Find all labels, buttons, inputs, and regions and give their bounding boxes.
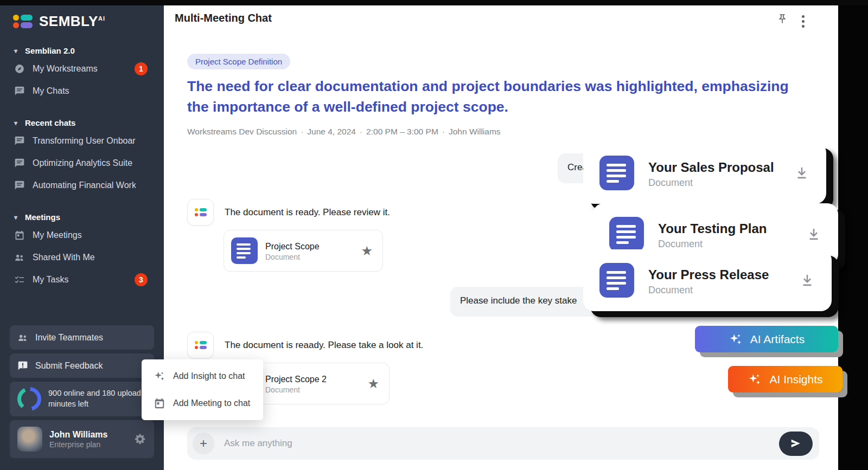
sidebar-section-semblian[interactable]: ▾ Semblian 2.0 [14, 46, 154, 55]
calendar-icon [14, 230, 25, 241]
calendar-icon [154, 397, 165, 409]
artifact-title: Your Testing Plan [658, 219, 767, 239]
chat-icon [14, 86, 25, 96]
sembly-bot-avatar [187, 199, 214, 226]
artifact-title: Your Sales Proposal [648, 158, 774, 177]
document-icon [231, 237, 258, 264]
sidebar-item-shared-with-me[interactable]: Shared With Me [10, 246, 154, 268]
document-icon [599, 263, 634, 298]
sparkles-icon [729, 332, 743, 346]
artifact-type: Document [658, 239, 767, 250]
sidebar-item-recent-chat[interactable]: Transforming User Onboarding [10, 130, 154, 152]
summary-headline: The need for clear documentation and pro… [187, 76, 794, 118]
chat-icon [14, 158, 25, 169]
kebab-menu-icon[interactable] [799, 14, 808, 29]
artifact-card-press-release[interactable]: Your Press Release Document [583, 249, 832, 311]
chevron-down-icon: ▾ [14, 214, 17, 221]
avatar [17, 427, 42, 452]
sidebar-item-recent-chat[interactable]: Optimizing Analytics Suite [10, 152, 154, 174]
profile-name: John Williams [49, 429, 107, 441]
app-window: SEMBLYAI ▾ Semblian 2.0 My Workstreams 1… [0, 0, 868, 470]
ai-artifacts-button[interactable]: AI Artifacts [695, 326, 838, 352]
sidebar-section-recent-chats[interactable]: ▾ Recent chats [14, 118, 154, 127]
people-icon [14, 252, 25, 263]
usage-ring-icon [17, 387, 41, 411]
context-menu: Add Insight to chat Add Meeting to chat [142, 359, 263, 420]
artifact-title: Your Press Release [648, 265, 769, 285]
bot-message-text: The document is reaady. Please take a lo… [225, 340, 423, 351]
compass-icon [14, 63, 25, 74]
document-type: Document [265, 253, 320, 261]
artifact-type: Document [648, 285, 769, 296]
submit-feedback-button[interactable]: Submit Feedback [10, 353, 154, 378]
profile-plan: Enterprise plan [49, 440, 107, 449]
artifact-card-sales-proposal[interactable]: Your Sales Proposal Document [583, 142, 826, 204]
sidebar-item-recent-chat[interactable]: Automating Financial Workflo… [10, 174, 154, 196]
sparkles-icon [154, 370, 165, 382]
sidebar-section-meetings[interactable]: ▾ Meetings [14, 213, 154, 222]
menu-item-add-meeting[interactable]: Add Meeting to chat [142, 392, 263, 415]
send-icon [790, 437, 802, 449]
sidebar-item-my-meetings[interactable]: My Meetings [10, 224, 154, 246]
document-icon [599, 156, 634, 190]
star-icon[interactable]: ★ [367, 376, 379, 391]
chat-input[interactable] [223, 437, 779, 449]
document-card[interactable]: Project Scope Document ★ [224, 230, 383, 272]
brand-logo[interactable]: SEMBLYAI [13, 13, 154, 30]
chat-icon [14, 180, 25, 191]
sidebar-item-my-chats[interactable]: My Chats [10, 80, 154, 102]
sembly-bot-avatar [187, 332, 214, 358]
gear-icon[interactable] [135, 433, 146, 445]
bot-message-row: The document is ready. Please review it. [187, 199, 390, 226]
sidebar-item-my-tasks[interactable]: My Tasks 3 [10, 268, 154, 291]
document-title: Project Scope 2 [265, 373, 327, 385]
sparkles-icon [748, 372, 762, 387]
menu-item-add-insight[interactable]: Add Insight to chat [142, 365, 263, 388]
download-icon[interactable] [806, 226, 822, 242]
chat-icon [14, 136, 25, 146]
document-type: Document [265, 385, 327, 394]
sidebar: SEMBLYAI ▾ Semblian 2.0 My Workstreams 1… [0, 0, 164, 470]
decor-right-band [838, 0, 868, 470]
chevron-down-icon: ▾ [14, 47, 17, 55]
profile-card[interactable]: John Williams Enterprise plan [10, 420, 154, 458]
workstreams-badge: 1 [135, 62, 148, 75]
star-icon[interactable]: ★ [361, 243, 373, 259]
download-icon[interactable] [794, 165, 810, 181]
usage-meter[interactable]: 900 online and 180 upload minutes left [10, 382, 154, 416]
plus-icon[interactable]: + [193, 433, 214, 454]
sembly-logo-icon [13, 15, 33, 28]
bot-message-text: The document is ready. Please review it. [225, 207, 390, 218]
ai-insights-button[interactable]: AI Insights [728, 366, 843, 392]
chat-input-bar: + [187, 427, 819, 460]
bot-message-row: The document is reaady. Please take a lo… [187, 332, 423, 358]
sidebar-item-my-workstreams[interactable]: My Workstreams 1 [10, 57, 154, 80]
send-button[interactable] [779, 432, 813, 456]
document-title: Project Scope [265, 240, 320, 253]
feedback-icon [17, 360, 28, 371]
document-icon [609, 217, 644, 252]
meeting-meta: Workstreams Dev Discussion·June 4, 2024·… [187, 127, 501, 137]
page-title: Multi-Meeting Chat [175, 12, 272, 24]
download-icon[interactable] [799, 272, 815, 288]
people-icon [17, 332, 28, 343]
artifact-type: Document [648, 177, 774, 189]
pin-icon[interactable] [776, 12, 789, 25]
invite-teammates-button[interactable]: Invite Teammates [10, 325, 154, 350]
brand-name: SEMBLYAI [39, 13, 105, 30]
checklist-icon [14, 274, 25, 285]
chevron-down-icon: ▾ [14, 119, 17, 127]
topic-tag: Project Scope Definition [187, 54, 290, 69]
tasks-badge: 3 [135, 273, 148, 286]
decor-top-band [0, 0, 868, 5]
